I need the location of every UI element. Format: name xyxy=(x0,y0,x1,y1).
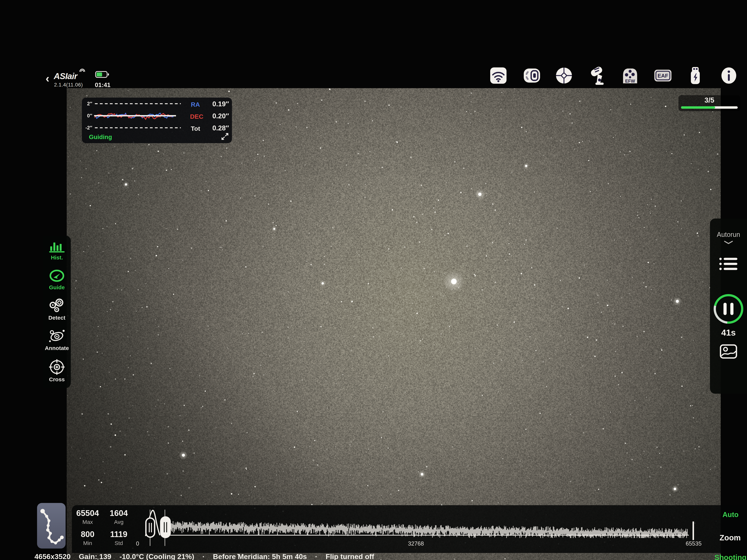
tot-value: 0.28″ xyxy=(201,124,229,132)
crosshair-icon xyxy=(49,359,65,375)
efw-label: EFW xyxy=(625,79,635,83)
stat-avg-label: Avg xyxy=(103,519,134,525)
efw-icon: EFW xyxy=(621,67,639,84)
mount-button[interactable] xyxy=(588,66,607,85)
image-preview[interactable] xyxy=(67,88,721,560)
axis-tick-0: 0 xyxy=(136,540,139,547)
guide-icon xyxy=(48,268,66,283)
white-point-slider[interactable] xyxy=(160,516,171,538)
guiding-panel[interactable]: 2″ 0″ -2″ RA 0.19″ DEC 0.20″ Tot 0.28″ G… xyxy=(82,98,232,143)
left-toolbar: Hist. Guide Detect xyxy=(43,236,71,388)
app-version: 2.1.4(11.06) xyxy=(54,82,83,88)
clock: 01:41 xyxy=(95,81,110,88)
histogram-icon xyxy=(49,241,65,254)
pause-exposure-button[interactable] xyxy=(714,294,743,324)
dec-value: 0.20″ xyxy=(201,112,229,120)
pause-icon xyxy=(716,296,741,321)
expand-icon[interactable] xyxy=(221,133,229,140)
guiding-graph xyxy=(93,100,190,133)
tool-guide[interactable]: Guide xyxy=(48,268,66,291)
tot-label: Tot xyxy=(191,125,200,132)
guide-y-label: 2″ xyxy=(83,101,92,107)
tool-label: Detect xyxy=(48,315,66,321)
axis-tick-mid: 32768 xyxy=(401,540,431,547)
histogram-bar: 65504 Max 1604 Avg 800 Min 1119 Std 0 32… xyxy=(72,505,747,553)
tool-histogram[interactable]: Hist. xyxy=(49,241,65,261)
sequence-list-icon[interactable] xyxy=(719,258,738,270)
sequence-progress: 3/5 xyxy=(678,95,740,111)
zoom-button[interactable]: Zoom xyxy=(716,533,744,542)
stat-max-value: 65504 xyxy=(72,508,103,518)
detect-stars-icon xyxy=(48,298,66,314)
tool-label: Hist. xyxy=(51,255,63,261)
annotate-galaxy-icon xyxy=(48,328,66,344)
status-temperature: -10.0°C (Cooling 21%) xyxy=(120,553,194,560)
tool-annotate[interactable]: Annotate xyxy=(45,328,69,351)
back-chevron-icon[interactable]: ‹ xyxy=(46,73,49,84)
status-text-row: 4656x3520 Gain: 139 -10.0°C (Cooling 21%… xyxy=(34,553,374,560)
focuser-button[interactable]: EAF xyxy=(654,66,672,85)
ra-value: 0.19″ xyxy=(201,100,229,108)
tool-detect[interactable]: Detect xyxy=(48,298,66,321)
status-gain: Gain: 139 xyxy=(79,553,111,560)
guide-y-label: 0″ xyxy=(83,113,92,119)
power-button[interactable] xyxy=(686,66,704,85)
stat-min-value: 800 xyxy=(72,530,103,539)
constellation-icon xyxy=(37,503,66,549)
info-button[interactable] xyxy=(720,66,738,85)
battery-icon xyxy=(95,71,109,78)
stat-max-label: Max xyxy=(72,519,103,525)
wifi-icon xyxy=(490,67,507,84)
starfield-image[interactable] xyxy=(67,88,721,560)
status-bar: 4656x3520 Gain: 139 -10.0°C (Cooling 21%… xyxy=(0,553,747,560)
wifi-button[interactable] xyxy=(489,66,508,85)
sequence-count: 3/5 xyxy=(678,96,740,104)
eaf-icon: EAF xyxy=(654,68,672,83)
status-separator: · xyxy=(315,553,317,560)
info-icon xyxy=(721,67,737,84)
sky-atlas-thumbnail[interactable] xyxy=(37,503,66,549)
mount-telescope-icon xyxy=(589,66,606,85)
stat-min-label: Min xyxy=(72,540,103,546)
eaf-label: EAF xyxy=(658,73,668,79)
guiding-status: Guiding xyxy=(89,134,112,140)
power-usb-icon xyxy=(690,66,701,85)
status-resolution: 4656x3520 xyxy=(34,553,71,560)
guide-scope-button[interactable] xyxy=(555,66,573,85)
auto-stretch-button[interactable]: Auto xyxy=(717,511,744,519)
stat-avg-value: 1604 xyxy=(103,508,134,518)
filter-wheel-button[interactable]: EFW xyxy=(621,66,639,85)
app-logo: ASIair xyxy=(54,71,77,81)
stat-std-value: 1119 xyxy=(103,530,134,539)
status-meridian: Before Meridian: 5h 5m 40s xyxy=(213,553,307,560)
black-point-slider[interactable] xyxy=(145,517,155,538)
guide-y-label: -2″ xyxy=(83,125,92,131)
mode-selector[interactable]: Autorun xyxy=(710,231,747,239)
tool-label: Guide xyxy=(49,284,65,291)
camera-icon xyxy=(523,68,541,84)
right-panel: Autorun 41s xyxy=(710,218,747,394)
status-separator: · xyxy=(202,553,205,560)
asiair-app: ‹ ASIair 2.1.4(11.06) 01:41 xyxy=(0,0,747,560)
ra-label: RA xyxy=(191,101,200,108)
sequence-progress-fill xyxy=(681,106,715,109)
shooting-state: Shooting xyxy=(714,553,746,560)
tool-label: Annotate xyxy=(45,345,69,351)
main-camera-button[interactable] xyxy=(523,66,542,85)
guide-crosshair-icon xyxy=(556,67,572,84)
chevron-down-icon[interactable] xyxy=(724,241,733,244)
gallery-icon[interactable] xyxy=(720,344,737,359)
stat-std-label: Std xyxy=(103,540,134,546)
sequence-progress-track xyxy=(681,106,738,109)
axis-tick-max: 65535 xyxy=(679,540,709,547)
logo-wifi-arcs-icon xyxy=(78,68,86,73)
tool-crosshair[interactable]: Cross xyxy=(49,359,65,382)
exposure-countdown: 41s xyxy=(710,327,747,338)
status-flip: Flip turned off xyxy=(326,553,374,560)
tool-label: Cross xyxy=(49,376,65,382)
